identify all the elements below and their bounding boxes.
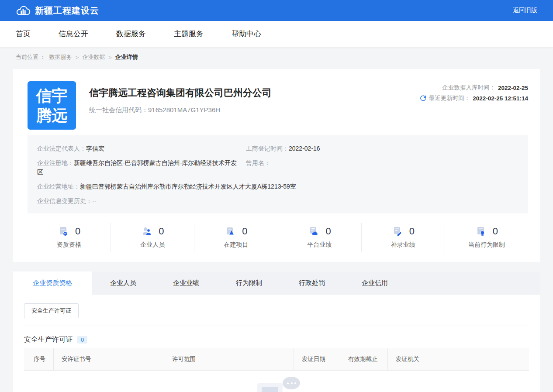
breadcrumb-data-services[interactable]: 数据服务 xyxy=(49,53,72,61)
license-table-header: 序号 安许证书号 许可范围 发证日期 有效期截止 发证机关 xyxy=(24,348,529,371)
registered-address-label: 企业注册地： xyxy=(37,159,74,166)
credit-code-label: 统一社会信用代码： xyxy=(89,106,148,113)
credit-code: 统一社会信用代码：91652801MA7G1YP36H xyxy=(89,106,420,114)
tab-enterprise-qualification[interactable]: 企业资质资格 xyxy=(13,272,92,295)
empty-box-graphic xyxy=(257,383,283,392)
stat-projects-label: 在建项目 xyxy=(224,241,248,249)
tab-administrative-penalty[interactable]: 行政处罚 xyxy=(280,272,343,295)
nav-item-help-center[interactable]: 帮助中心 xyxy=(232,29,261,39)
qualification-icon xyxy=(58,226,69,237)
registration-time-label: 工商登记时间： xyxy=(246,145,289,152)
credit-code-value: 91652801MA7G1YP36H xyxy=(148,106,220,113)
project-icon xyxy=(225,226,236,237)
stat-behavior-restriction[interactable]: 0 当前行为限制 xyxy=(445,223,528,252)
col-license-number: 安许证书号 xyxy=(53,348,164,370)
business-address: 企业经营地址：新疆巴音郭楞蒙古自治州库尔勒市库尔勒经济技术开发区人才大厦A栋12… xyxy=(37,182,518,191)
stats-row: 0 资质资格 0 企业人员 xyxy=(28,219,528,254)
update-time-value: 2022-02-25 12:51:14 xyxy=(473,95,528,102)
company-card: 信宇 腾远 信宇腾远工程咨询集团有限公司巴州分公司 统一社会信用代码：91652… xyxy=(13,69,540,262)
company-logo-line2: 腾远 xyxy=(36,106,68,125)
app-header: 新疆工程建设云 返回旧版 xyxy=(0,0,553,21)
col-license-scope: 许可范围 xyxy=(164,348,294,370)
breadcrumb-enterprise-data[interactable]: 企业数据 xyxy=(82,53,105,61)
company-logo: 信宇 腾远 xyxy=(28,81,76,130)
update-time-label: 最近更新时间： xyxy=(429,94,470,102)
change-history: 企业信息变更历史：-- xyxy=(37,196,518,206)
stat-personnel-value: 0 xyxy=(159,226,164,237)
breadcrumb-separator: > xyxy=(76,54,79,61)
business-address-value: 新疆巴音郭楞蒙古自治州库尔勒市库尔勒经济技术开发区人才大厦A栋1213-59室 xyxy=(80,183,296,190)
section-count-badge: 0 xyxy=(77,336,87,344)
former-name: 曾用名： xyxy=(246,158,518,177)
entry-time-label: 企业数据入库时间： xyxy=(442,84,495,92)
former-name-label: 曾用名： xyxy=(246,159,270,166)
tab-behavior-restriction[interactable]: 行为限制 xyxy=(218,272,280,295)
col-expiry-date: 有效期截止 xyxy=(340,348,387,370)
breadcrumb: 当前位置 ： 数据服务 > 企业数据 > 企业详情 xyxy=(0,47,553,61)
stat-qualification-label: 资质资格 xyxy=(57,241,81,249)
company-info-box: 企业法定代表人：李信宏 工商登记时间：2022-02-16 企业注册地：新疆维吾… xyxy=(28,135,528,213)
update-time: 最近更新时间： 2022-02-25 12:51:14 xyxy=(420,94,528,102)
personnel-icon xyxy=(141,226,152,237)
change-history-value: -- xyxy=(92,197,96,204)
section-title: 安全生产许可证 xyxy=(24,335,73,344)
nav-item-info-disclosure[interactable]: 信息公开 xyxy=(59,29,88,39)
col-serial-number: 序号 xyxy=(24,348,53,370)
stat-personnel-label: 企业人员 xyxy=(140,241,165,249)
back-to-old-version-link[interactable]: 返回旧版 xyxy=(513,7,537,14)
platform-performance-icon xyxy=(308,226,319,237)
stat-behavior-restriction-label: 当前行为限制 xyxy=(468,241,505,249)
tab-content: 安全生产许可证 安全生产许可证 0 序号 安许证书号 许可范围 发证日期 有效期… xyxy=(13,295,540,392)
stat-behavior-restriction-value: 0 xyxy=(493,226,498,237)
nav-item-theme-services[interactable]: 主题服务 xyxy=(174,29,204,39)
stat-platform-performance-value: 0 xyxy=(325,226,331,237)
breadcrumb-prefix: 当前位置 ： xyxy=(16,53,46,61)
stat-supplementary-performance-value: 0 xyxy=(409,226,415,237)
legal-representative-label: 企业法定代表人： xyxy=(37,145,86,152)
empty-state-illustration xyxy=(250,377,303,392)
business-address-label: 企业经营地址： xyxy=(37,183,80,190)
stat-supplementary-performance[interactable]: 0 补录业绩 xyxy=(362,223,445,252)
col-issuing-authority: 发证机关 xyxy=(387,348,529,370)
breadcrumb-separator: > xyxy=(108,54,112,61)
license-table-body-empty xyxy=(24,371,529,392)
stat-personnel[interactable]: 0 企业人员 xyxy=(111,223,194,252)
company-name: 信宇腾远工程咨询集团有限公司巴州分公司 xyxy=(89,86,420,100)
entry-time: 企业数据入库时间： 2022-02-25 xyxy=(420,84,528,92)
nav-item-home[interactable]: 首页 xyxy=(16,29,31,39)
restriction-icon xyxy=(475,226,487,237)
license-table: 序号 安许证书号 许可范围 发证日期 有效期截止 发证机关 xyxy=(24,348,529,392)
tab-enterprise-personnel[interactable]: 企业人员 xyxy=(92,272,155,295)
stat-qualification[interactable]: 0 资质资格 xyxy=(28,223,111,252)
stat-supplementary-performance-label: 补录业绩 xyxy=(391,241,415,249)
stat-platform-performance-label: 平台业绩 xyxy=(308,241,332,249)
registration-time: 工商登记时间：2022-02-16 xyxy=(246,144,518,153)
change-history-label: 企业信息变更历史： xyxy=(37,197,92,204)
content-divider xyxy=(24,326,529,326)
brand[interactable]: 新疆工程建设云 xyxy=(16,5,99,17)
stat-platform-performance[interactable]: 0 平台业绩 xyxy=(278,223,362,252)
detail-tabs: 企业资质资格 企业人员 企业业绩 行为限制 行政处罚 企业信用 xyxy=(13,272,540,295)
company-logo-line1: 信宇 xyxy=(36,86,68,106)
supplementary-performance-icon xyxy=(392,226,403,237)
tab-enterprise-credit[interactable]: 企业信用 xyxy=(343,272,406,295)
safety-production-license-filter-button[interactable]: 安全生产许可证 xyxy=(24,303,79,318)
col-issue-date: 发证日期 xyxy=(294,348,340,370)
entry-time-value: 2022-02-25 xyxy=(498,85,528,91)
empty-speech-bubble-icon xyxy=(283,377,300,389)
nav-item-data-services[interactable]: 数据服务 xyxy=(116,29,146,39)
main-nav: 首页 信息公开 数据服务 主题服务 帮助中心 xyxy=(0,21,553,47)
cloud-buildings-icon xyxy=(16,5,31,17)
stat-qualification-value: 0 xyxy=(75,226,80,237)
stat-projects[interactable]: 0 在建项目 xyxy=(194,223,278,252)
registration-time-value: 2022-02-16 xyxy=(289,145,320,152)
refresh-icon[interactable] xyxy=(420,95,426,102)
legal-representative: 企业法定代表人：李信宏 xyxy=(37,144,246,153)
legal-representative-value: 李信宏 xyxy=(86,145,104,152)
tab-enterprise-performance[interactable]: 企业业绩 xyxy=(155,272,218,295)
brand-title: 新疆工程建设云 xyxy=(35,5,99,17)
stat-projects-value: 0 xyxy=(242,226,247,237)
breadcrumb-enterprise-detail: 企业详情 xyxy=(115,53,138,61)
registered-address: 企业注册地：新疆维吾尔自治区-巴音郭楞蒙古自治州-库尔勒经济技术开发区 xyxy=(37,158,246,177)
